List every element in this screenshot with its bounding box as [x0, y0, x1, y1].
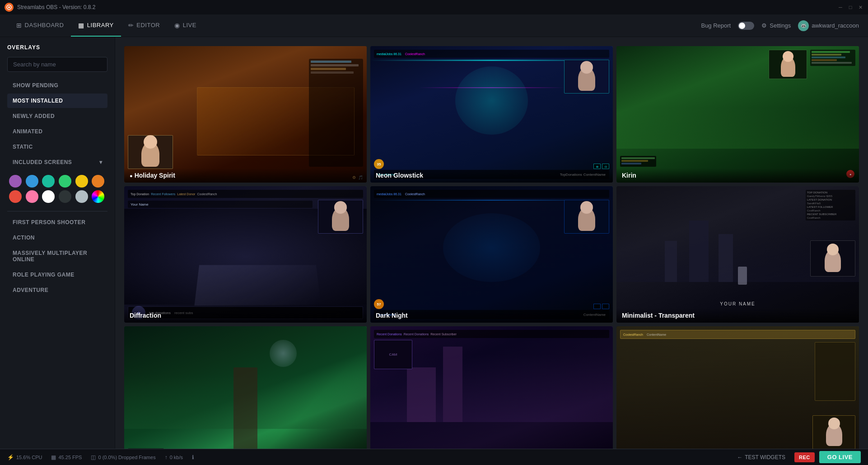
- color-pink[interactable]: [26, 190, 38, 203]
- statusbar: ⚡ 15.6% CPU ▦ 45.25 FPS ◫ 0 (0.0%) Dropp…: [0, 449, 868, 465]
- color-yellow[interactable]: [75, 175, 88, 188]
- cpu-status: ⚡ 15.6% CPU: [7, 454, 42, 460]
- color-black[interactable]: [59, 190, 71, 203]
- dropped-icon: ◫: [91, 454, 96, 460]
- color-teal[interactable]: [42, 175, 55, 188]
- filter-animated[interactable]: ANIMATED: [7, 124, 107, 139]
- nav-live-label: LIVE: [183, 22, 196, 28]
- overlay-card-minimalist[interactable]: TOP DONATION GandyTWixenz $355 LATEST DO…: [616, 186, 859, 323]
- nav-library[interactable]: ▦ LIBRARY: [71, 14, 121, 37]
- titlebar: Streamlabs OBS - Version: 0.8.2 ─ □ ✕: [0, 0, 868, 14]
- search-input[interactable]: [7, 57, 107, 72]
- card-label-holiday-spirit: ●Holiday Spirit: [124, 168, 367, 183]
- nav-dashboard-label: DASHBOARD: [25, 22, 64, 28]
- card-label-dark-night: Dark Night: [370, 308, 613, 323]
- filter-show-pending[interactable]: SHOW PENDING: [7, 78, 107, 93]
- user-profile[interactable]: 🦝 awkward_raccoon: [798, 20, 859, 31]
- theme-toggle[interactable]: [738, 22, 754, 30]
- settings-link[interactable]: ⚙ Settings: [761, 22, 791, 29]
- minimize-button[interactable]: ─: [837, 4, 844, 10]
- overlay-card-7[interactable]: [124, 326, 367, 449]
- overlay-card-dark-night[interactable]: mediаlJobs 86.31 CoolestRanch Your Name …: [370, 186, 613, 323]
- nav-editor-label: EDITOR: [136, 22, 160, 28]
- filter-rpg[interactable]: ROLE PLAYING GAME: [7, 268, 107, 282]
- window-controls: ─ □ ✕: [837, 4, 863, 10]
- fps-status: ▦ 45.25 FPS: [51, 454, 82, 460]
- rec-button[interactable]: REC: [794, 452, 815, 462]
- filter-fps[interactable]: FIRST PERSON SHOOTER: [7, 215, 107, 230]
- color-gray[interactable]: [75, 190, 88, 203]
- editor-icon: ✏: [128, 22, 134, 29]
- sidebar-title: OVERLAYS: [7, 44, 107, 51]
- sidebar-divider: [7, 211, 107, 211]
- chevron-down-icon: ▾: [99, 159, 103, 165]
- settings-icon: ⚙: [761, 22, 767, 29]
- test-widgets-button[interactable]: ← TEST WIDGETS: [733, 452, 790, 462]
- main-content: OVERLAYS SHOW PENDING MOST INSTALLED NEW…: [0, 37, 868, 449]
- avatar: 🦝: [798, 20, 809, 31]
- overlay-card-holiday-spirit[interactable]: $5 | Try Donation: [124, 46, 367, 183]
- overlay-grid-area: $5 | Try Donation: [115, 37, 868, 449]
- bug-report-label: Bug Report: [701, 22, 731, 29]
- app-title: Streamlabs OBS - Version: 0.8.2: [17, 4, 95, 10]
- color-red[interactable]: [9, 190, 22, 203]
- color-purple[interactable]: [9, 175, 22, 188]
- overlay-card-8[interactable]: Recent Donations Recent Donations Recent…: [370, 326, 613, 449]
- fps-value: 45.25 FPS: [58, 455, 82, 460]
- golive-button[interactable]: GO LIVE: [819, 451, 861, 463]
- library-icon: ▦: [78, 22, 84, 29]
- nav-live[interactable]: ◉ LIVE: [167, 14, 204, 37]
- close-button[interactable]: ✕: [857, 4, 863, 10]
- filter-static[interactable]: STATIC: [7, 140, 107, 154]
- top-nav: ⊞ DASHBOARD ▦ LIBRARY ✏ EDITOR ◉ LIVE Bu…: [0, 14, 868, 37]
- filter-most-installed[interactable]: MOST INSTALLED: [7, 94, 107, 108]
- overlay-card-neon-glowstick[interactable]: mediаlJobs 86.31 CoolestRanch Your Name …: [370, 46, 613, 183]
- overlay-grid: $5 | Try Donation: [124, 46, 859, 449]
- color-white[interactable]: [42, 190, 55, 203]
- svg-point-1: [8, 6, 10, 8]
- overlay-card-diffraction[interactable]: Top Donation Recent Followers Latest Don…: [124, 186, 367, 323]
- cpu-value: 15.6% CPU: [16, 455, 42, 460]
- filter-newly-added[interactable]: NEWLY ADDED: [7, 109, 107, 123]
- dropped-value: 0 (0.0%) Dropped Frames: [98, 455, 155, 460]
- rec-label: REC: [799, 455, 810, 460]
- overlay-card-kirin[interactable]: ● Kirin: [616, 46, 859, 183]
- test-widgets-label: TEST WIDGETS: [745, 454, 785, 460]
- bandwidth-icon: ↑: [165, 454, 168, 460]
- settings-label: Settings: [770, 22, 791, 29]
- nav-editor[interactable]: ✏ EDITOR: [121, 14, 167, 37]
- nav-dashboard[interactable]: ⊞ DASHBOARD: [9, 14, 71, 37]
- filter-action[interactable]: ACTION: [7, 230, 107, 245]
- dashboard-icon: ⊞: [16, 22, 22, 29]
- color-blue[interactable]: [26, 175, 38, 188]
- color-rainbow[interactable]: [92, 190, 104, 203]
- status-right: ← TEST WIDGETS REC GO LIVE: [733, 451, 861, 463]
- test-widgets-arrow: ←: [737, 454, 742, 460]
- username-label: awkward_raccoon: [812, 22, 859, 29]
- color-palette: [7, 170, 107, 207]
- overlay-card-9[interactable]: CoolestRanch ContentName: [616, 326, 859, 449]
- card-label-minimalist: Minimalist - Transparent: [616, 308, 859, 323]
- bandwidth-status: ↑ 0 kb/s: [165, 454, 183, 460]
- nav-right: Bug Report ⚙ Settings 🦝 awkward_raccoon: [701, 20, 859, 31]
- live-icon: ◉: [174, 22, 180, 29]
- color-orange[interactable]: [92, 175, 104, 188]
- dropped-frames-status: ◫ 0 (0.0%) Dropped Frames: [91, 454, 155, 460]
- info-icon: ℹ: [192, 454, 194, 460]
- sidebar: OVERLAYS SHOW PENDING MOST INSTALLED NEW…: [0, 37, 115, 449]
- fps-icon: ▦: [51, 454, 56, 460]
- nav-library-label: LIBRARY: [87, 22, 114, 28]
- info-status[interactable]: ℹ: [192, 454, 194, 460]
- golive-label: GO LIVE: [827, 454, 853, 460]
- app-logo: [5, 3, 14, 12]
- cpu-icon: ⚡: [7, 454, 14, 460]
- card-label-diffraction: Diffraction: [124, 308, 367, 323]
- color-green[interactable]: [59, 175, 71, 188]
- maximize-button[interactable]: □: [847, 4, 854, 10]
- filter-mmo[interactable]: MASSIVELY MULTIPLAYER ONLINE: [7, 246, 107, 267]
- bandwidth-value: 0 kb/s: [170, 455, 183, 460]
- filter-adventure[interactable]: ADVENTURE: [7, 283, 107, 297]
- filter-included-screens[interactable]: INCLUDED SCREENS ▾: [7, 155, 107, 169]
- card-label-kirin: Kirin: [616, 168, 859, 183]
- bug-report-link[interactable]: Bug Report: [701, 22, 731, 29]
